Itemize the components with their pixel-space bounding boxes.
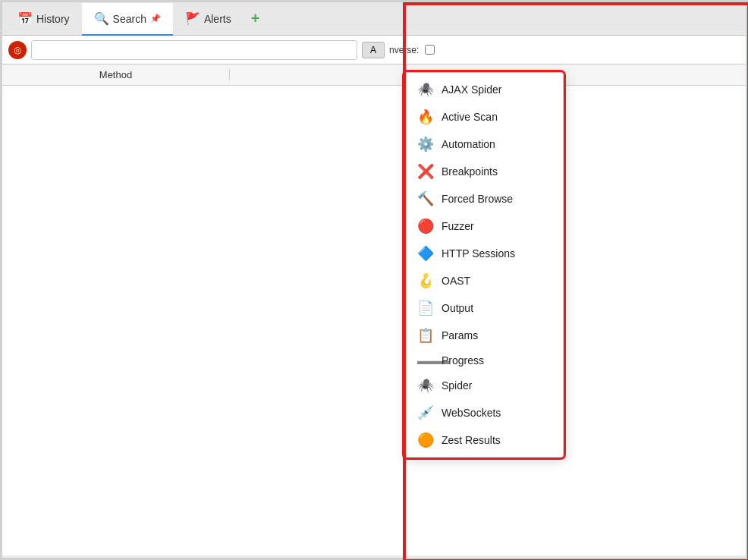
search-button[interactable]: A xyxy=(362,42,385,58)
main-container: 📅 History 🔍 Search 📌 🚩 Alerts + ◎ A nver… xyxy=(0,0,748,560)
menu-item-fuzzer[interactable]: 🔴 Fuzzer xyxy=(405,212,563,240)
automation-label: Automation xyxy=(442,138,495,150)
menu-item-websockets[interactable]: 💉 WebSockets xyxy=(405,399,563,426)
tab-history-label: History xyxy=(36,13,70,25)
menu-item-ajax-spider[interactable]: 🕷️ AJAX Spider xyxy=(405,76,563,103)
zest-results-icon: 🟠 xyxy=(417,432,434,448)
column-method: Method xyxy=(2,69,230,80)
tab-bar: 📅 History 🔍 Search 📌 🚩 Alerts + xyxy=(2,2,746,36)
spider-icon: 🕷️ xyxy=(417,377,434,394)
progress-icon: ▬▬▬ xyxy=(417,354,434,367)
menu-item-output[interactable]: 📄 Output xyxy=(405,294,563,322)
breakpoints-label: Breakpoints xyxy=(442,165,498,178)
menu-item-oast[interactable]: 🪝 OAST xyxy=(405,267,563,294)
oast-label: OAST xyxy=(442,275,470,287)
menu-item-active-scan[interactable]: 🔥 Active Scan xyxy=(405,103,563,131)
search-icon: 🔍 xyxy=(94,11,109,26)
tab-history[interactable]: 📅 History xyxy=(5,3,82,36)
ajax-spider-label: AJAX Spider xyxy=(442,83,501,96)
menu-item-progress[interactable]: ▬▬▬ Progress xyxy=(405,349,563,372)
params-label: Params xyxy=(442,329,478,341)
dropdown-menu: 🕷️ AJAX Spider 🔥 Active Scan ⚙️ Automati… xyxy=(404,72,564,458)
automation-icon: ⚙️ xyxy=(417,136,434,153)
search-input[interactable] xyxy=(31,40,357,60)
inverse-checkbox[interactable] xyxy=(425,45,435,55)
inverse-label: nverse: xyxy=(389,45,419,55)
oast-icon: 🪝 xyxy=(417,272,434,289)
menu-item-forced-browse[interactable]: 🔨 Forced Browse xyxy=(405,185,563,212)
http-sessions-label: HTTP Sessions xyxy=(442,247,515,260)
menu-item-http-sessions[interactable]: 🔷 HTTP Sessions xyxy=(405,240,563,267)
menu-item-zest-results[interactable]: 🟠 Zest Results xyxy=(405,426,563,454)
progress-label: Progress xyxy=(442,354,484,367)
forced-browse-icon: 🔨 xyxy=(417,190,434,207)
add-tab-button[interactable]: + xyxy=(244,2,268,35)
alerts-icon: 🚩 xyxy=(185,11,200,26)
websockets-label: WebSockets xyxy=(442,407,501,419)
target-icon: ◎ xyxy=(8,41,27,59)
table-header: Method xyxy=(2,64,746,86)
menu-item-automation[interactable]: ⚙️ Automation xyxy=(405,131,563,158)
ajax-spider-icon: 🕷️ xyxy=(417,81,434,98)
fuzzer-label: Fuzzer xyxy=(442,220,474,232)
zest-results-label: Zest Results xyxy=(442,434,501,446)
breakpoints-icon: ❌ xyxy=(417,163,434,180)
content-area: Method 🕷️ AJAX Spider 🔥 Active Scan ⚙️ A… xyxy=(2,64,746,555)
active-scan-label: Active Scan xyxy=(442,111,498,123)
output-label: Output xyxy=(442,302,473,314)
menu-item-spider[interactable]: 🕷️ Spider xyxy=(405,372,563,399)
pin-icon: 📌 xyxy=(150,14,161,24)
history-icon: 📅 xyxy=(17,11,33,26)
tab-search-label: Search xyxy=(113,13,146,25)
output-icon: 📄 xyxy=(417,300,434,316)
active-scan-icon: 🔥 xyxy=(417,109,434,125)
fuzzer-icon: 🔴 xyxy=(417,218,434,234)
forced-browse-label: Forced Browse xyxy=(442,193,513,205)
tab-search[interactable]: 🔍 Search 📌 xyxy=(82,3,173,36)
tab-alerts[interactable]: 🚩 Alerts xyxy=(173,3,244,36)
tab-alerts-label: Alerts xyxy=(204,13,231,25)
params-icon: 📋 xyxy=(417,327,434,344)
target-symbol: ◎ xyxy=(14,45,21,55)
menu-item-breakpoints[interactable]: ❌ Breakpoints xyxy=(405,158,563,185)
websockets-icon: 💉 xyxy=(417,404,434,421)
spider-label: Spider xyxy=(442,379,472,392)
add-tab-icon: + xyxy=(251,10,260,27)
http-sessions-icon: 🔷 xyxy=(417,245,434,262)
menu-item-params[interactable]: 📋 Params xyxy=(405,322,563,349)
search-bar: ◎ A nverse: xyxy=(2,36,746,64)
